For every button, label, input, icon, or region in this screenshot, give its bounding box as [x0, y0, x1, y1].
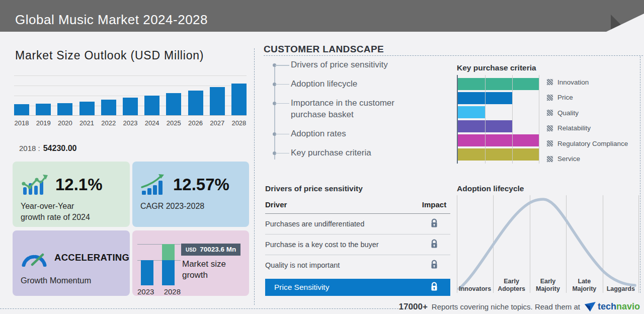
bar-2020 [57, 103, 72, 115]
x-tick-2027: 2027 [207, 119, 227, 127]
bullet-connector [275, 103, 289, 104]
bar-column-2023: 2023 [123, 75, 138, 115]
bar-2024 [144, 96, 159, 115]
bar-2026 [188, 91, 203, 115]
badge-value: 70023.6 Mn [200, 246, 236, 253]
bar-2025 [166, 93, 181, 115]
mini-year-start: 2023 [137, 287, 154, 296]
growth-momentum-card: ACCELERATING Growth Momentum [13, 230, 130, 296]
page-title: Global Music Market 2024-2028 [15, 12, 208, 28]
bar-column-2026: 2026 [188, 75, 203, 115]
kpc-gridline-2 [512, 75, 513, 164]
highlight-label: Price Sensitivity [274, 283, 418, 292]
key-purchase-criteria-chart [457, 75, 539, 164]
column-impact: Impact [418, 200, 450, 209]
x-tick-2020: 2020 [55, 119, 75, 127]
legend-item-innovation: Innovation [547, 76, 628, 88]
bar-column-2018: 2018 [14, 75, 29, 115]
bullet-connector [275, 134, 289, 135]
cagr-card: 12.57% CAGR 2023-2028 [132, 162, 249, 227]
price-sensitivity-highlight-row: Price Sensitivity [265, 279, 450, 296]
bar-2022 [101, 100, 116, 115]
stage-label-early-majority: Early Majority [530, 278, 566, 293]
mini-bar-2028-base [162, 260, 175, 285]
x-tick-2023: 2023 [120, 119, 140, 127]
bar-column-2021: 2021 [79, 75, 95, 115]
stage-label-innovators: Innovators [457, 285, 493, 293]
incremental-growth-badge: USD 70023.6 Mn [181, 244, 240, 256]
legend-swatch-icon [547, 125, 553, 131]
kpc-gridline-3 [539, 75, 539, 164]
market-size-chart: 2018201920202021202220232024202520262027… [14, 75, 247, 116]
cagr-value: 12.57% [173, 175, 229, 194]
speedometer-icon [21, 249, 48, 267]
price-sensitivity-table: Driver Impact Purchases are undifferenti… [265, 197, 450, 296]
footer-text: Reports covering niche topics. Read them… [432, 302, 580, 311]
technavio-logo: tech navio [584, 301, 640, 312]
lock-icon [418, 260, 450, 271]
kpc-bar-innovation [458, 78, 539, 90]
right-edge-divider-dashed [640, 56, 640, 293]
legend-item-price: Price [547, 92, 628, 104]
x-tick-2025: 2025 [164, 119, 184, 127]
growth-mini-chart: 2023 2028 [137, 244, 181, 294]
legend-label: Price [557, 94, 573, 101]
bar-column-2028: 2028 [231, 75, 247, 115]
badge-currency: USD [186, 247, 196, 253]
table-row: Purchases are undifferentiated [265, 214, 450, 234]
market-size-growth-card: 2023 2028 USD 70023.6 Mn Market size gro… [132, 230, 249, 296]
bar-column-2020: 2020 [57, 75, 72, 115]
technavio-arrow-icon [584, 302, 596, 312]
header-bar: Global Music Market 2024-2028 [0, 0, 644, 32]
kpc-gridline-1 [485, 75, 486, 164]
momentum-value: ACCELERATING [54, 252, 129, 263]
landscape-item: Adoption lifecycle [264, 78, 415, 90]
table-row: Purchase is a key cost to the buyer [265, 234, 450, 255]
legend-item-quality: Quality [547, 107, 628, 119]
price-sensitivity-title: Drivers of price sensitivity [265, 184, 363, 193]
x-tick-2026: 2026 [186, 119, 206, 127]
legend-swatch-icon [547, 95, 553, 101]
legend-label: Quality [557, 109, 579, 117]
landscape-item: Drivers of price sensitivity [264, 59, 415, 71]
growth-desc-line1: Market size [182, 259, 226, 270]
landscape-item-label: Key purchase criteria [291, 148, 371, 158]
kpc-legend: InnovationPriceQualityRelatabilityRegula… [547, 76, 628, 168]
base-year-label: 2018 : [19, 144, 40, 152]
bar-2019 [36, 104, 51, 115]
yoy-growth-desc-line1: Year-over-Year [21, 201, 130, 212]
stage-label-late-majority: Late Majority [566, 278, 602, 293]
bar-column-2024: 2024 [144, 75, 159, 115]
bar-column-2022: 2022 [101, 75, 116, 115]
bar-chart-trend-icon [21, 174, 49, 196]
x-tick-2019: 2019 [33, 119, 53, 127]
momentum-desc: Growth Momentum [21, 275, 130, 286]
legend-label: Relatability [557, 124, 591, 132]
yoy-growth-card: 12.1% Year-over-Year growth rate of 2024 [13, 162, 130, 227]
x-tick-2028: 2028 [229, 119, 249, 127]
bar-2023 [123, 98, 138, 115]
legend-swatch-icon [547, 156, 553, 162]
landscape-item-label: Importance in the customer purchase bask… [291, 98, 394, 119]
landscape-item-label: Adoption rates [291, 129, 346, 138]
footer-dashed-line [0, 308, 414, 309]
bar-column-2025: 2025 [166, 75, 181, 115]
bar-column-2019: 2019 [36, 75, 51, 115]
legend-item-relatability: Relatability [547, 122, 628, 134]
legend-label: Service [557, 155, 580, 163]
adoption-lifecycle-chart: InnovatorsEarly AdoptersEarly MajorityLa… [457, 195, 639, 293]
bar-column-2027: 2027 [210, 75, 225, 115]
dps-rows: Purchases are undifferentiatedPurchase i… [265, 214, 450, 275]
section-divider-dashed [254, 48, 255, 305]
growth-desc-line2: growth [182, 270, 226, 281]
mini-bar-2023 [141, 260, 153, 285]
bar-2027 [210, 87, 225, 115]
bullet-connector [275, 65, 289, 66]
bullet-connector [275, 153, 289, 154]
stage-label-early-adopters: Early Adopters [493, 278, 529, 293]
bar-2021 [79, 102, 95, 115]
legend-label: Innovation [557, 78, 589, 86]
base-year-value: 2018 :54230.00 [19, 144, 76, 153]
column-driver: Driver [265, 200, 418, 209]
driver-label: Quality is not important [265, 261, 418, 269]
